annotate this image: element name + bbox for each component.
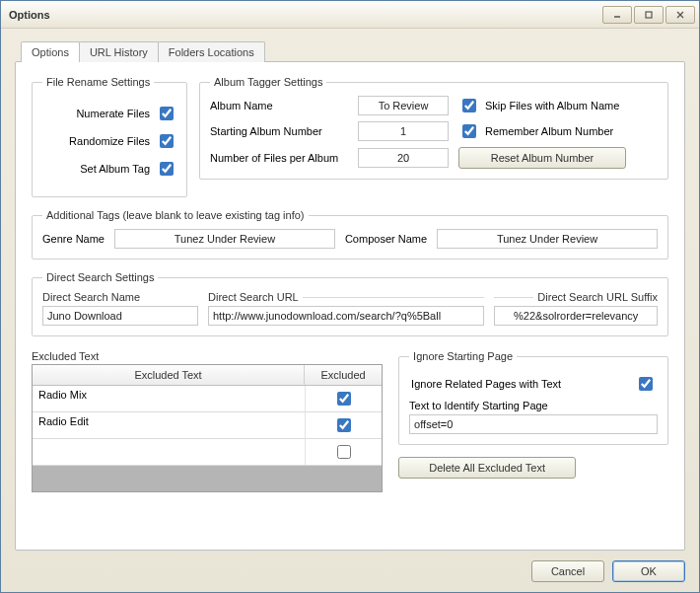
direct-search-legend: Direct Search Settings (42, 271, 158, 283)
identify-label: Text to Identify Starting Page (409, 400, 658, 411)
direct-name-input[interactable] (42, 306, 198, 326)
set-album-tag-label: Set Album Tag (80, 163, 150, 175)
excluded-cell-text[interactable]: Radio Mix (33, 386, 305, 411)
cancel-button[interactable]: Cancel (531, 560, 604, 582)
close-button[interactable] (665, 6, 695, 24)
randomize-label: Randomize Files (69, 135, 150, 147)
numerate-label: Numerate Files (76, 108, 150, 119)
excluded-cell-checkbox[interactable] (337, 445, 351, 459)
remember-number-checkbox[interactable] (462, 124, 476, 138)
window-title: Options (9, 9, 50, 21)
excluded-cell-text[interactable] (33, 439, 305, 465)
excluded-cell-text[interactable]: Radio Edit (33, 412, 305, 438)
additional-tags-group: Additional Tags (leave blank to leave ex… (32, 209, 668, 259)
set-album-tag-checkbox[interactable] (160, 162, 174, 176)
album-name-label: Album Name (210, 100, 348, 111)
ok-button[interactable]: OK (612, 560, 685, 582)
direct-suffix-input[interactable] (494, 306, 658, 326)
col-header-text[interactable]: Excluded Text (33, 365, 305, 385)
files-per-album-label: Number of Files per Album (210, 152, 348, 164)
album-tagger-legend: Album Tagger Settings (210, 76, 326, 88)
tab-options[interactable]: Options (21, 41, 80, 62)
ignore-related-checkbox[interactable] (639, 377, 653, 391)
file-rename-legend: File Rename Settings (42, 76, 154, 88)
table-row: Radio Mix (33, 386, 382, 412)
maximize-button[interactable] (634, 6, 664, 24)
file-rename-group: File Rename Settings Numerate Files Rand… (32, 76, 187, 197)
direct-url-label: Direct Search URL (208, 291, 299, 303)
starting-number-input[interactable] (358, 121, 449, 141)
titlebar: Options (1, 1, 699, 29)
randomize-checkbox[interactable] (160, 134, 174, 148)
album-tagger-group: Album Tagger Settings Album Name Skip Fi… (199, 76, 668, 180)
identify-input[interactable] (409, 414, 658, 434)
col-header-excluded[interactable]: Excluded (305, 365, 382, 385)
ignore-starting-page-group: Ignore Starting Page Ignore Related Page… (398, 350, 668, 445)
reset-album-number-button[interactable]: Reset Album Number (458, 147, 626, 169)
delete-excluded-button[interactable]: Delete All Excluded Text (398, 457, 576, 479)
direct-url-input[interactable] (208, 306, 484, 326)
svg-rect-1 (646, 12, 652, 18)
minimize-button[interactable] (602, 6, 632, 24)
starting-number-label: Starting Album Number (210, 125, 348, 137)
client-area: Options URL History Folders Locations Fi… (1, 29, 699, 592)
skip-files-checkbox[interactable] (462, 99, 476, 112)
genre-input[interactable] (114, 229, 335, 249)
direct-name-label: Direct Search Name (42, 291, 140, 303)
genre-label: Genre Name (42, 233, 105, 245)
excluded-cell-checkbox[interactable] (337, 392, 351, 406)
skip-files-label: Skip Files with Album Name (485, 100, 619, 111)
ignore-legend: Ignore Starting Page (409, 350, 517, 362)
tab-url-history[interactable]: URL History (79, 41, 159, 62)
tab-folders-locations[interactable]: Folders Locations (158, 41, 265, 62)
excluded-cell-checkbox[interactable] (337, 418, 351, 432)
additional-tags-legend: Additional Tags (leave blank to leave ex… (42, 209, 309, 221)
direct-search-group: Direct Search Settings Direct Search Nam… (32, 271, 668, 336)
options-dialog: Options Options URL History Folders Loca… (0, 0, 700, 593)
table-row (33, 439, 382, 466)
ignore-related-label: Ignore Related Pages with Text (411, 378, 561, 390)
excluded-label: Excluded Text (32, 350, 383, 362)
composer-label: Composer Name (345, 233, 427, 245)
excluded-grid[interactable]: Excluded Text Excluded Radio Mix Radio E… (32, 364, 383, 492)
album-name-input[interactable] (358, 96, 449, 115)
composer-input[interactable] (437, 229, 658, 249)
files-per-album-input[interactable] (358, 148, 449, 168)
tabstrip: Options URL History Folders Locations (21, 40, 685, 61)
remember-number-label: Remember Album Number (485, 125, 613, 137)
direct-suffix-label: Direct Search URL Suffix (537, 291, 658, 303)
numerate-checkbox[interactable] (160, 107, 174, 120)
window-buttons (600, 6, 695, 24)
options-panel: File Rename Settings Numerate Files Rand… (15, 61, 685, 551)
table-row: Radio Edit (33, 412, 382, 439)
